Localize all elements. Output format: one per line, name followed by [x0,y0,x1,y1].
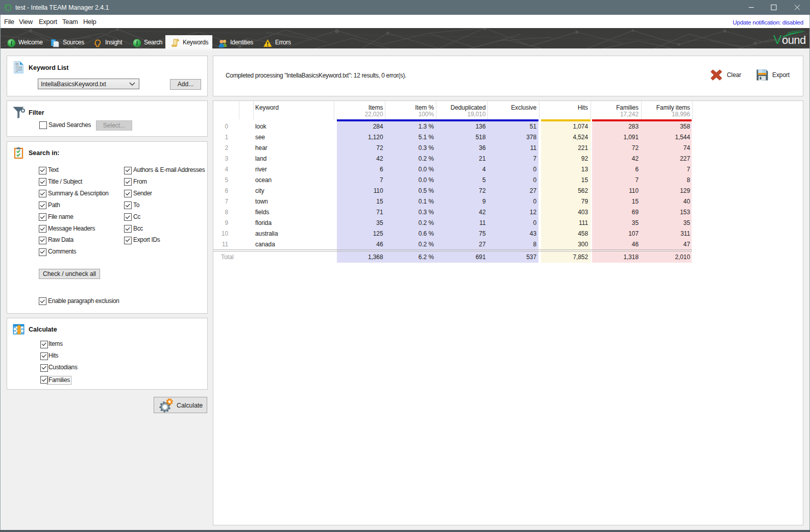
svg-text:V: V [773,33,782,46]
